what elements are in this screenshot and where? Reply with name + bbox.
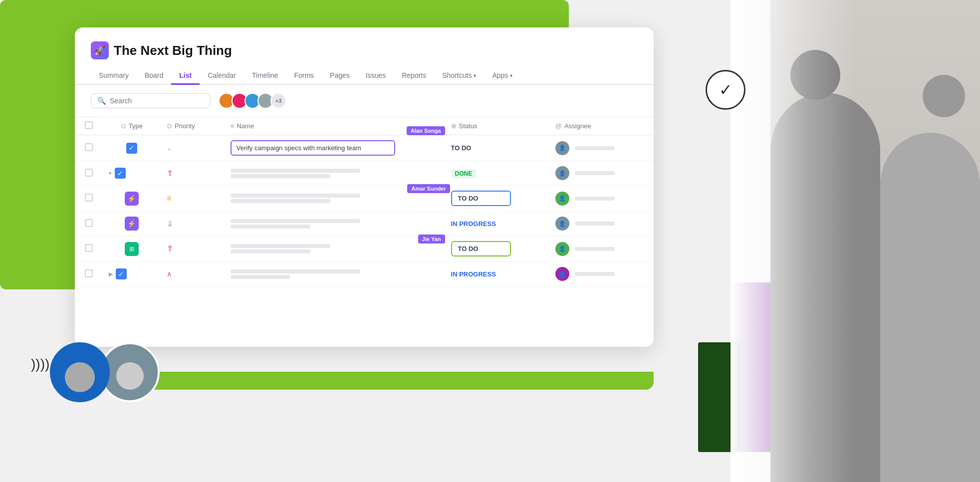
search-input[interactable]: [110, 97, 204, 105]
row3-priority-icon: ≡: [167, 194, 171, 203]
row6-priority-cell[interactable]: ∧: [161, 262, 225, 286]
row4-name-cell[interactable]: Jie Yan: [225, 212, 445, 236]
row4-priority-cell[interactable]: ⇓: [161, 212, 225, 236]
row1-assignee-cell[interactable]: 👤: [549, 135, 654, 161]
row2-type-icon: ✓: [115, 168, 126, 179]
row5-priority-cell[interactable]: ⇑: [161, 236, 225, 262]
row1-name-input[interactable]: [231, 140, 395, 156]
row6-status-cell[interactable]: IN PROGRESS: [445, 262, 549, 286]
row5-priority-icon: ⇑: [167, 244, 173, 253]
avatar-person-2: [102, 344, 158, 400]
project-title: The Next Big Thing: [114, 43, 232, 58]
row2-status-cell[interactable]: DONE: [445, 161, 549, 186]
row2-type-cell[interactable]: ▾ ✓: [103, 161, 161, 186]
project-icon: 🚀: [91, 41, 109, 59]
type-col-icon: ⊙: [121, 122, 126, 130]
row5-checkbox[interactable]: [85, 244, 93, 252]
row4-type-icon: ⚡: [125, 217, 139, 231]
table-row: ▶ ✓ ∧ IN PROGRESS: [75, 262, 654, 286]
row6-assignee-avatar: 👤: [555, 267, 569, 281]
row6-name-cell[interactable]: [225, 262, 445, 286]
name-line-1: [231, 244, 330, 248]
row3-name-lines: [231, 194, 439, 203]
toolbar: 🔍 +3: [75, 85, 654, 117]
row2-priority-cell[interactable]: ⇑: [161, 161, 225, 186]
row5-assignee-cell[interactable]: 👤: [549, 236, 654, 262]
row6-assignee-cell[interactable]: 👤: [549, 262, 654, 286]
tab-apps[interactable]: Apps ▾: [484, 67, 520, 85]
th-status[interactable]: ⊕ Status: [445, 117, 549, 135]
row1-checkbox-cell[interactable]: [75, 135, 103, 161]
row1-type-cell[interactable]: ✓: [103, 135, 161, 161]
tab-forms[interactable]: Forms: [286, 67, 322, 85]
th-priority[interactable]: ⊙ Priority: [161, 117, 225, 135]
row5-checkbox-cell[interactable]: [75, 236, 103, 262]
row2-name-cell[interactable]: Amar Sunder: [225, 161, 445, 186]
row3-checkbox-cell[interactable]: [75, 186, 103, 212]
tab-pages[interactable]: Pages: [322, 67, 358, 85]
row6-name-lines: [231, 269, 439, 279]
tab-timeline[interactable]: Timeline: [244, 67, 286, 85]
row3-status-cell[interactable]: TO DO: [445, 186, 549, 212]
row1-status-cell[interactable]: TO DO: [445, 135, 549, 161]
row1-priority-cell[interactable]: ⌄: [161, 135, 225, 161]
row4-type-cell[interactable]: ⚡: [103, 212, 161, 236]
row3-priority-cell[interactable]: ≡: [161, 186, 225, 212]
tab-board[interactable]: Board: [137, 67, 171, 85]
row3-status-badge[interactable]: TO DO: [451, 191, 511, 206]
row6-status-badge: IN PROGRESS: [451, 270, 496, 278]
row4-checkbox[interactable]: [85, 219, 93, 227]
row6-checkbox-cell[interactable]: [75, 262, 103, 286]
bottom-avatar-1: [50, 342, 110, 402]
row2-assignee-name: [575, 171, 615, 175]
row3-type-cell[interactable]: ⚡: [103, 186, 161, 212]
avatar-more[interactable]: +3: [270, 93, 286, 109]
th-type[interactable]: ⊙ Type: [103, 117, 161, 135]
row5-status-cell[interactable]: TO DO: [445, 236, 549, 262]
nav-tabs: Summary Board List Calendar Timeline For…: [75, 67, 654, 85]
apps-chevron-icon: ▾: [510, 73, 512, 78]
photo-area: [731, 0, 980, 482]
row6-expand-icon[interactable]: ▶: [109, 271, 113, 277]
tab-list[interactable]: List: [171, 67, 200, 85]
name-line-2: [231, 174, 330, 178]
row2-expand-group: ▾ ✓: [109, 168, 155, 179]
row2-checkbox-cell[interactable]: [75, 161, 103, 186]
row1-checkbox[interactable]: [85, 143, 93, 151]
row6-checkbox[interactable]: [85, 269, 93, 277]
header-checkbox[interactable]: [85, 121, 93, 129]
row5-name-cell[interactable]: [225, 236, 445, 262]
row4-checkbox-cell[interactable]: [75, 212, 103, 236]
row3-checkbox[interactable]: [85, 194, 93, 202]
row2-priority-icon: ⇑: [167, 169, 173, 178]
photo-fade-overlay: [731, 0, 980, 482]
row2-assignee-cell[interactable]: 👤: [549, 161, 654, 186]
th-assignee[interactable]: @ Assignee: [549, 117, 654, 135]
green-bottom-bar: [75, 372, 654, 390]
row6-type-cell[interactable]: ▶ ✓: [103, 262, 161, 286]
person-head-1: [65, 362, 95, 392]
row1-priority-icon: ⌄: [167, 144, 172, 152]
main-card: 🚀 The Next Big Thing Summary Board List …: [75, 27, 654, 347]
row3-assignee-cell[interactable]: 👤: [549, 186, 654, 212]
row5-name-lines: [231, 244, 439, 253]
name-col-icon: ≡: [231, 122, 235, 130]
tab-summary[interactable]: Summary: [91, 67, 137, 85]
tab-shortcuts[interactable]: Shortcuts ▾: [434, 67, 484, 85]
tab-calendar[interactable]: Calendar: [200, 67, 244, 85]
shortcuts-chevron-icon: ▾: [474, 73, 476, 78]
data-table: ⊙ Type ⊙ Priority ≡ Name: [75, 117, 654, 286]
row3-type-icon: ⚡: [125, 192, 139, 206]
row5-type-cell[interactable]: ⊞: [103, 236, 161, 262]
table-container: ⊙ Type ⊙ Priority ≡ Name: [75, 117, 654, 286]
name-line-1: [231, 194, 360, 198]
tab-issues[interactable]: Issues: [358, 67, 394, 85]
tab-reports[interactable]: Reports: [394, 67, 434, 85]
search-box[interactable]: 🔍: [91, 93, 211, 108]
row4-status-cell[interactable]: IN PROGRESS: [445, 212, 549, 236]
row4-assignee-cell[interactable]: 👤: [549, 212, 654, 236]
row2-checkbox[interactable]: [85, 169, 93, 177]
row1-name-cell[interactable]: Alan Songa: [225, 135, 445, 161]
row2-expand-icon[interactable]: ▾: [109, 170, 112, 177]
row5-status-badge[interactable]: TO DO: [451, 241, 511, 256]
